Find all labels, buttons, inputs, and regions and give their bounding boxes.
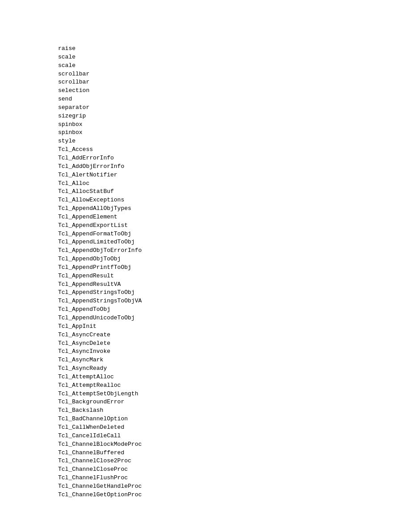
list-item: scale (58, 62, 411, 70)
list-item: Tcl_AppendObjToObj (58, 255, 411, 264)
list-item: Tcl_AppendResult (58, 272, 411, 281)
list-item: Tcl_AppendLimitedToObj (58, 238, 411, 247)
list-item: scale (58, 53, 411, 62)
list-item: Tcl_Access (58, 146, 411, 154)
list-item: style (58, 137, 411, 146)
list-item: Tcl_AppendPrintfToObj (58, 264, 411, 272)
list-item: Tcl_AppendToObj (58, 306, 411, 314)
list-item: Tcl_AppendStringsToObj (58, 289, 411, 297)
list-item: Tcl_AddObjErrorInfo (58, 163, 411, 171)
list-item: Tcl_AsyncReady (58, 364, 411, 373)
list-item: Tcl_AppendElement (58, 213, 411, 222)
list-item: selection (58, 87, 411, 95)
list-item: Tcl_Alloc (58, 180, 411, 188)
list-item: Tcl_AsyncMark (58, 356, 411, 364)
list-item: spinbox (58, 121, 411, 129)
list-item: separator (58, 104, 411, 112)
list-item: Tcl_ChannelBlockModeProc (58, 440, 411, 449)
list-item: scrollbar (58, 70, 411, 79)
list-item: Tcl_CancelIdleCall (58, 432, 411, 440)
list-item: Tcl_AppendAllObjTypes (58, 205, 411, 213)
list-item: send (58, 95, 411, 104)
list-item: spinbox (58, 129, 411, 137)
list-item: Tcl_AppInit (58, 323, 411, 331)
list-item: Tcl_AllocStatBuf (58, 188, 411, 196)
list-item: scrollbar (58, 78, 411, 87)
list-item: Tcl_AppendFormatToObj (58, 230, 411, 239)
list-item: Tcl_BadChannelOption (58, 415, 411, 423)
list-item: Tcl_AllowExceptions (58, 196, 411, 205)
list-item: Tcl_BackgroundError (58, 398, 411, 406)
list-item: Tcl_CallWhenDeleted (58, 423, 411, 432)
list-item: Tcl_Backslash (58, 406, 411, 415)
list-item: Tcl_ChannelGetHandleProc (58, 482, 411, 491)
list-item: Tcl_AppendExportList (58, 222, 411, 230)
list-item: Tcl_ChannelClose2Proc (58, 457, 411, 465)
list-item: Tcl_ChannelCloseProc (58, 465, 411, 474)
list-item: Tcl_AddErrorInfo (58, 154, 411, 163)
list-item: Tcl_AsyncDelete (58, 339, 411, 348)
list-item: raise (58, 45, 411, 53)
list-item: Tcl_AlertNotifier (58, 171, 411, 180)
list-item: Tcl_AppendUnicodeToObj (58, 314, 411, 323)
list-item: Tcl_AppendObjToErrorInfo (58, 247, 411, 255)
list-item: Tcl_ChannelFlushProc (58, 474, 411, 482)
list-item: Tcl_AppendStringsToObjVA (58, 297, 411, 306)
list-item: Tcl_AppendResultVA (58, 281, 411, 289)
list-item: Tcl_AttemptRealloc (58, 381, 411, 390)
list-item: Tcl_AsyncInvoke (58, 348, 411, 356)
list-item: Tcl_AttemptAlloc (58, 373, 411, 381)
list-item: Tcl_AttemptSetObjLength (58, 390, 411, 398)
list-item: Tcl_ChannelGetOptionProc (58, 491, 411, 499)
list-item: Tcl_AsyncCreate (58, 331, 411, 339)
list-item: Tcl_ChannelBuffered (58, 449, 411, 457)
list-item: sizegrip (58, 112, 411, 121)
item-list: raisescalescalescrollbarscrollbarselecti… (58, 45, 411, 499)
